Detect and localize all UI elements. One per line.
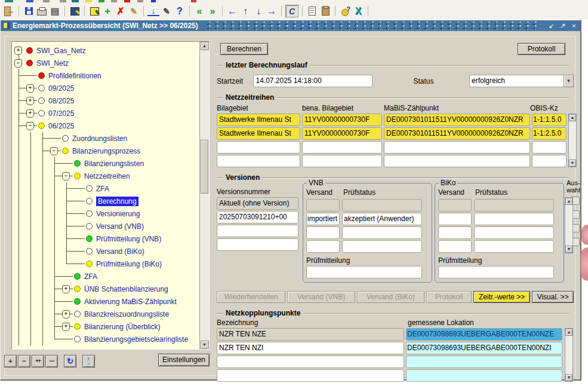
bena-cell[interactable] [302,141,382,154]
list-icon[interactable]: ▤ [49,5,61,17]
restore-button[interactable]: ↗ [558,22,567,30]
save-icon[interactable] [23,5,35,17]
bilagebiet-cell[interactable] [217,141,300,154]
bena-cell[interactable]: 11YV00000000730F [302,127,382,140]
mabis-cell[interactable]: DE0007301011511YV00000000926Z0NZR [384,127,530,140]
print-icon[interactable] [36,5,48,17]
tree-item-profildefinitionen[interactable]: Profildefinitionen [13,69,199,82]
next-block-icon[interactable]: » [207,5,218,17]
vnb-versand-cell[interactable] [306,226,340,239]
minimize-button[interactable]: ↙ [547,22,556,30]
vnb-pruefstatus-cell[interactable] [342,226,422,239]
table-row[interactable] [217,155,574,167]
protokoll-top-button[interactable]: Protokoll [518,43,565,55]
bena-cell[interactable] [302,155,382,167]
obis-cell[interactable]: 1-1:2.5.0 [532,127,567,140]
versionsnummer-cell[interactable]: 20250703091210+00 [217,211,298,223]
expander-plus-icon[interactable]: + [14,47,22,55]
tree-item-versand-biko[interactable]: Versand (BiKo) [13,245,199,258]
tree-item-aktivierung-mabis[interactable]: Aktivierung MaBiS-Zählpunkt [13,295,199,308]
download-icon[interactable]: ↓ [147,6,159,16]
lokation-cell[interactable] [406,356,562,368]
enter-query-icon[interactable]: ✎ [88,5,100,17]
versand-vnb-button[interactable]: Versand (VNB) [287,291,355,303]
expander-minus-icon[interactable]: − [50,147,58,155]
scroll-thumb[interactable] [201,140,208,194]
expander-plus-icon[interactable]: + [62,285,70,293]
tree-item-zuordnungslisten[interactable]: Zuordnungslisten [13,132,199,145]
mabis-cell[interactable]: DE0007301011511YV00000000926Z0NZR [384,114,530,126]
expander-minus-icon[interactable]: − [26,122,34,130]
nav-right-icon[interactable]: → [266,5,278,17]
tree-item-berechnung[interactable]: Berechnung [13,195,199,207]
tree-item-bilanzierung-ueberblick[interactable]: +Bilanzierung (Überblick) [13,320,199,333]
scroll-down-icon[interactable]: ▼ [201,341,209,349]
vnb-versand-cell[interactable] [306,199,340,212]
tree-item-bilanzierungsprozess[interactable]: −Bilanzierungsprozess [13,145,199,157]
obis-cell[interactable]: 1-1:1.5.0 [532,114,567,126]
versand-biko-button[interactable]: Versand (BiKo) [357,291,424,303]
tree-item-bilanzierungsgebietsclearingliste[interactable]: Bilanzierungsgebietsclearingliste [13,333,199,345]
tree-scrollbar[interactable]: ▲ ▼ [199,42,209,349]
expand-node-button[interactable]: + [4,355,17,367]
expander-plus-icon[interactable]: + [62,323,70,331]
collapse-all-button[interactable]: −− [45,355,58,367]
expander-plus-icon[interactable]: + [26,84,34,93]
scroll-down-icon[interactable]: ▼ [565,374,572,381]
delete-record-icon[interactable]: ✗ [115,5,127,17]
lokation-cell[interactable] [406,369,562,382]
bilagebiet-cell[interactable]: Stadtwerke Ilmenau St [217,127,300,140]
table-row[interactable] [217,369,574,382]
biko-pruefstatus-cell[interactable] [474,226,554,239]
mabis-cell[interactable] [384,155,530,167]
nav-left-icon[interactable]: ← [226,5,238,17]
table-row[interactable]: Stadtwerke Ilmenau St 11YV00000000730F D… [217,114,574,126]
bezeichnung-cell[interactable] [217,369,404,382]
lokation-cell[interactable]: DE00073098693UEBERGABE000TEN00NZI [406,342,562,354]
startzeit-field[interactable]: 14.07.2025 14:18:00 [253,75,372,87]
table-row[interactable]: Stadtwerke Ilmenau St 11YV00000000730F D… [217,127,574,140]
status-dropdown[interactable]: erfolgreich ▼ [469,75,574,87]
bilagebiet-cell[interactable] [217,155,300,167]
tree-item-08-2025[interactable]: +08/2025 [13,94,199,107]
biko-pruefstatus-cell[interactable] [474,240,554,253]
versionen-scrollbar[interactable]: ▲ ▼ [565,197,573,253]
bezeichnung-cell[interactable] [217,356,404,368]
expander-plus-icon[interactable]: + [26,97,34,105]
tree-item-pruefmitteilung-vnb[interactable]: Prüfmitteilung (VNB) [13,232,199,245]
paste-icon[interactable] [319,5,331,17]
info-button[interactable]: i [82,355,95,367]
excel-export-icon[interactable]: X [352,5,364,17]
vnb-pruefstatus-cell[interactable] [342,199,422,212]
bilagebiet-cell[interactable]: Stadtwerke Ilmenau St [217,114,300,126]
tree-item-bilanzkreiszuordnungsliste[interactable]: +Bilanzkreiszuordnungsliste [13,308,199,320]
table-row[interactable]: NZR TEN NZE DE00073098693UEBERGABE000TEN… [217,328,574,341]
biko-versand-cell[interactable] [438,199,472,212]
versionsnummer-cell[interactable] [217,225,298,237]
tree-item-zfa-2[interactable]: ZFA [13,270,199,283]
display-error-icon[interactable]: ? [339,5,351,17]
insert-record-icon[interactable]: + [101,5,113,17]
window-titlebar[interactable]: Energiemarkt-Prozessübersicht (SWI_Netz … [1,20,580,31]
wiederherstellen-button[interactable]: Wiederherstellen [217,291,285,303]
table-row[interactable] [217,141,574,154]
biko-versand-cell[interactable] [438,213,472,225]
table-row[interactable] [217,356,574,368]
tree-item-versionierung[interactable]: Versionierung [13,207,199,220]
collapse-node-button[interactable]: − [18,355,30,367]
biko-pruefstatus-cell[interactable] [474,199,554,212]
help-icon[interactable]: ? [174,5,186,17]
tree-item-swi-gas-netz[interactable]: +SWI_Gas_Netz [13,44,199,57]
einstellungen-button[interactable]: Einstellungen [158,354,210,366]
mabis-cell[interactable] [384,141,530,154]
scroll-up-icon[interactable]: ▲ [201,42,209,50]
scroll-up-icon[interactable]: ▲ [565,198,572,205]
obis-cell[interactable] [532,141,567,154]
biko-versand-cell[interactable] [438,240,472,253]
tree-item-swi-netz[interactable]: −SWI_Netz [13,57,199,69]
visual-button[interactable]: Visual. >> [532,291,574,303]
bezeichnung-cell[interactable]: NZR TEN NZI [217,342,404,354]
vnb-versand-cell[interactable]: importiert [306,213,340,225]
nav-up-icon[interactable]: ↑ [239,5,251,17]
scroll-down-icon[interactable]: ▼ [569,160,576,167]
